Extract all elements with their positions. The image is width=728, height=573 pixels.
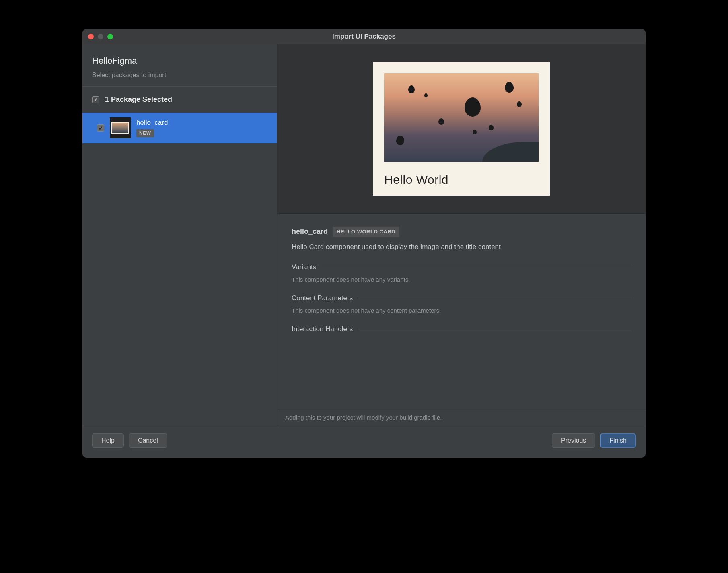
titlebar: Import UI Packages (82, 29, 646, 44)
package-name: hello_card (136, 119, 168, 127)
balloon-icon (489, 125, 494, 130)
section-content-parameters: Content Parameters This component does n… (292, 294, 631, 314)
section-variants-body: This component does not have any variant… (292, 276, 631, 283)
balloon-icon (424, 93, 428, 97)
section-content-parameters-body: This component does not have any content… (292, 307, 631, 314)
section-interaction-handlers: Interaction Handlers (292, 325, 631, 333)
cancel-button[interactable]: Cancel (129, 433, 167, 448)
sidebar: HelloFigma Select packages to import 1 P… (82, 44, 277, 426)
footer-note: Adding this to your project will modify … (277, 409, 646, 426)
section-content-parameters-title: Content Parameters (292, 294, 631, 302)
previous-button[interactable]: Previous (552, 433, 595, 448)
section-variants: Variants This component does not have an… (292, 263, 631, 283)
balloon-icon (438, 118, 444, 125)
package-info: hello_card NEW (136, 119, 168, 137)
help-button[interactable]: Help (92, 433, 124, 448)
detail-badge: HELLO WORLD CARD (333, 227, 399, 237)
project-title: HelloFigma (92, 56, 267, 66)
dialog-window: Import UI Packages HelloFigma Select pac… (82, 29, 646, 458)
preview-card-title: Hello World (384, 173, 539, 187)
balloon-icon (505, 82, 514, 93)
package-item-hello-card[interactable]: hello_card NEW (82, 113, 277, 143)
select-all-checkbox[interactable] (92, 96, 99, 103)
package-checkbox[interactable] (97, 124, 104, 132)
package-thumbnail (110, 117, 131, 138)
section-title-text: Variants (292, 263, 316, 271)
sidebar-header: HelloFigma Select packages to import (82, 44, 277, 87)
preview-card-image (384, 73, 539, 162)
detail-description: Hello Card component used to display the… (292, 242, 631, 252)
package-new-badge: NEW (136, 129, 154, 137)
dialog-body: HelloFigma Select packages to import 1 P… (82, 44, 646, 426)
detail-package-name: hello_card (292, 227, 328, 236)
finish-button[interactable]: Finish (600, 433, 636, 448)
section-interaction-handlers-title: Interaction Handlers (292, 325, 631, 333)
select-all-row: 1 Package Selected (82, 87, 277, 113)
window-title: Import UI Packages (82, 33, 646, 41)
sidebar-subtitle: Select packages to import (92, 72, 267, 79)
hill-shape (482, 142, 539, 162)
balloon-icon (396, 136, 404, 145)
section-title-text: Interaction Handlers (292, 325, 353, 333)
preview-area: Hello World (277, 44, 646, 213)
button-row: Help Cancel Previous Finish (82, 426, 646, 458)
preview-card: Hello World (373, 62, 550, 196)
detail-head: hello_card HELLO WORLD CARD (292, 227, 631, 237)
details-panel: hello_card HELLO WORLD CARD Hello Card c… (277, 213, 646, 409)
balloon-icon (408, 85, 415, 93)
section-title-text: Content Parameters (292, 294, 353, 302)
balloon-icon (517, 101, 522, 107)
balloon-icon (473, 130, 477, 134)
section-variants-title: Variants (292, 263, 631, 271)
main-panel: Hello World hello_card HELLO WORLD CARD … (277, 44, 646, 426)
selected-count-label: 1 Package Selected (105, 95, 172, 104)
balloon-icon (465, 97, 481, 117)
